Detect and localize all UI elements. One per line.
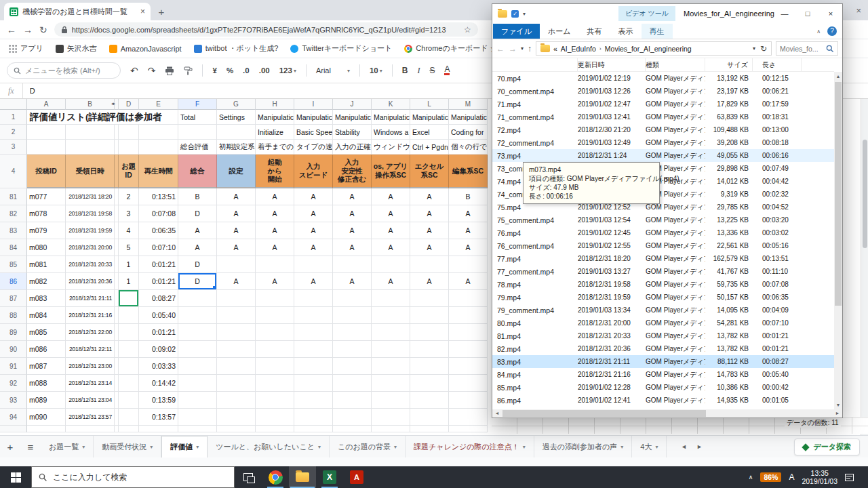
cell[interactable] [256, 358, 294, 375]
cell[interactable] [139, 140, 178, 155]
row-header-85[interactable]: 85 [0, 256, 27, 273]
column-header-name[interactable] [492, 58, 578, 71]
customize-toolbar-chevron-icon[interactable]: ▾ [523, 11, 526, 17]
cell[interactable] [217, 375, 256, 392]
cell[interactable]: Stability [333, 125, 372, 140]
explorer-horizontal-scrollbar[interactable]: ◄ ► [492, 409, 842, 418]
cell[interactable]: 0:01:21 [139, 273, 178, 290]
format-currency-button[interactable]: ¥ [212, 66, 216, 75]
sheet-tab-odai-list[interactable]: お題一覧▾ [41, 436, 94, 458]
url-field[interactable]: https://docs.google.com/spreadsheets/d/1… [54, 22, 478, 37]
column-header-L[interactable]: L [410, 99, 449, 110]
cell[interactable]: 入力の正確 [333, 140, 372, 155]
cell[interactable] [333, 375, 372, 392]
breadcrumb-parent[interactable]: AI_EduInfo [561, 45, 596, 53]
cell[interactable] [449, 392, 488, 409]
sheet-tab-hyoukachi[interactable]: 評価値▾ [161, 436, 208, 458]
cell[interactable]: A [256, 205, 294, 222]
file-row[interactable]: 72_comment.mp42019/01/03 12:49GOM Player… [492, 136, 834, 149]
column-header-M[interactable]: M [449, 99, 488, 110]
cell[interactable] [372, 307, 410, 324]
print-icon[interactable] [165, 66, 174, 75]
cell[interactable] [333, 341, 372, 358]
cell[interactable] [410, 375, 449, 392]
minimize-button[interactable]: — [773, 4, 796, 23]
taskbar-search-input[interactable]: ここに入力して検索 [31, 466, 235, 488]
cell[interactable] [256, 324, 294, 341]
cell[interactable] [410, 358, 449, 375]
explorer-vertical-scrollbar[interactable]: ▲ ▼ [834, 72, 842, 409]
cell[interactable]: m077 [27, 188, 66, 205]
scroll-down-icon[interactable]: ▼ [834, 401, 842, 409]
cell[interactable]: 0:01:21 [139, 256, 178, 273]
cell[interactable] [410, 341, 449, 358]
cell[interactable] [178, 409, 217, 426]
bookmark-item[interactable]: Chromeのキーボード ショ [404, 43, 505, 54]
nav-history-chevron-icon[interactable]: ▾ [521, 45, 524, 52]
row-header-86[interactable]: 86 [0, 273, 27, 290]
cell[interactable]: 0:13:59 [139, 392, 178, 409]
row-header-93[interactable]: 93 [0, 392, 27, 409]
cell[interactable] [256, 290, 294, 307]
row-header-94[interactable]: 94 [0, 409, 27, 426]
cell[interactable]: Manipulatic [333, 110, 372, 125]
cell[interactable]: 1 [119, 256, 139, 273]
nav-forward-icon[interactable]: → [509, 44, 517, 54]
cell[interactable] [256, 392, 294, 409]
explorer-title-bar[interactable]: ✓ ▾ ビデオ ツール Movies_for_AI_engineering — … [492, 4, 842, 23]
cell[interactable] [449, 324, 488, 341]
cell[interactable]: Manipulatic [410, 110, 449, 125]
start-button[interactable] [0, 466, 31, 488]
row-header-90[interactable]: 90 [0, 341, 27, 358]
close-button[interactable]: × [819, 4, 842, 23]
cell[interactable]: 2018/12/31 20:36 [66, 273, 115, 290]
cell[interactable]: m087 [27, 358, 66, 375]
header-cell[interactable]: 総合 [178, 155, 217, 188]
cell[interactable] [217, 125, 256, 140]
cell[interactable]: A [333, 188, 372, 205]
cell[interactable]: A [372, 188, 410, 205]
header-cell[interactable]: お題 ID [119, 155, 139, 188]
cell[interactable]: 初期設定系 [217, 140, 256, 155]
scroll-up-icon[interactable]: ▲ [834, 72, 842, 81]
column-header-K[interactable]: K [372, 99, 410, 110]
cell[interactable] [294, 358, 333, 375]
cell[interactable]: A [333, 273, 372, 290]
cell[interactable]: B [178, 188, 217, 205]
cell[interactable]: A [410, 239, 449, 256]
cell[interactable] [178, 375, 217, 392]
back-icon[interactable]: ← [7, 24, 16, 35]
select-all-corner[interactable] [0, 99, 27, 110]
cell[interactable] [372, 392, 410, 409]
scrollbar-thumb[interactable] [863, 140, 867, 248]
file-row[interactable]: 86.mp42019/01/02 12:41GOM Playerメディア...1… [492, 394, 834, 407]
cell[interactable]: m090 [27, 409, 66, 426]
cell[interactable]: A [333, 222, 372, 239]
cell[interactable]: 2018/12/31 23:57 [66, 409, 115, 426]
file-row[interactable]: 83.mp42018/12/31 21:11GOM Playerメディア...8… [492, 355, 834, 368]
cell[interactable] [178, 307, 217, 324]
ribbon-tab-view[interactable]: 表示 [610, 24, 642, 39]
cell[interactable] [410, 290, 449, 307]
cell[interactable]: m078 [27, 205, 66, 222]
cell[interactable] [372, 358, 410, 375]
cell[interactable]: Manipulatic [294, 110, 333, 125]
sheet-tab-tools-request[interactable]: ツールと、お願いしたいこと▾ [208, 436, 330, 458]
column-header-I[interactable]: I [294, 99, 333, 110]
row-header-81[interactable]: 81 [0, 188, 27, 205]
header-cell[interactable]: 入力 安定性 修正含む [333, 155, 372, 188]
cell[interactable] [410, 409, 449, 426]
header-cell[interactable]: os, アプリ 操作系SC [372, 155, 410, 188]
cell[interactable] [333, 409, 372, 426]
column-header-date[interactable]: 更新日時 [578, 58, 646, 71]
cell[interactable] [449, 341, 488, 358]
column-header-H[interactable]: H [256, 99, 294, 110]
ribbon-tab-play[interactable]: 再生 [642, 24, 673, 39]
cell[interactable] [372, 290, 410, 307]
scrollbar-thumb[interactable] [502, 410, 706, 417]
row-header-4[interactable]: 4 [0, 155, 27, 188]
file-row[interactable]: 77.mp42018/12/31 18:20GOM Playerメディア...1… [492, 252, 834, 265]
quick-access-check-icon[interactable]: ✓ [511, 10, 519, 18]
explore-button[interactable]: データ探索 [794, 439, 860, 455]
cell[interactable]: m088 [27, 375, 66, 392]
